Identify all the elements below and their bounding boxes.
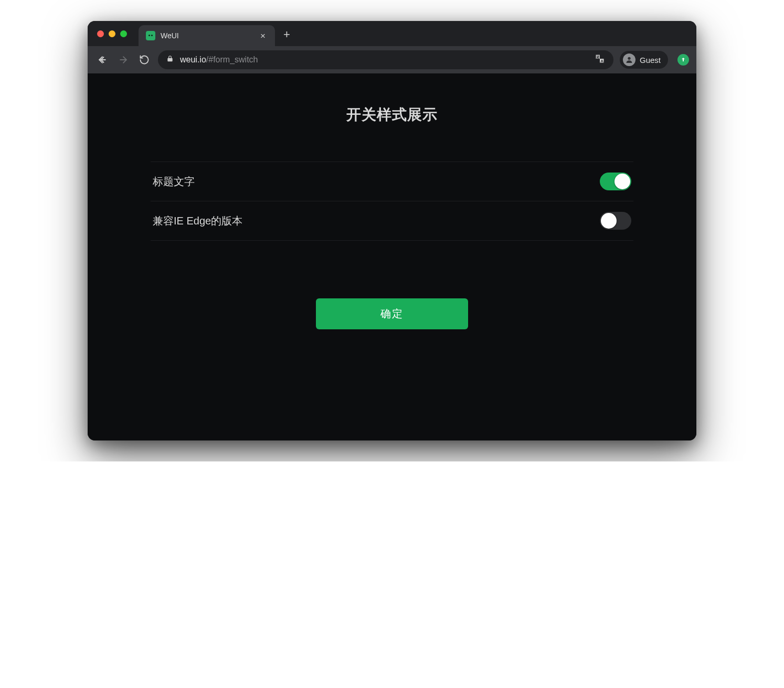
window-zoom-button[interactable] xyxy=(120,30,127,37)
profile-chip[interactable]: Guest xyxy=(620,51,668,69)
url-path: /#form_switch xyxy=(206,55,258,64)
url-host: weui.io xyxy=(180,55,206,64)
window-controls xyxy=(97,30,127,37)
switch-toggle-ie-edge[interactable] xyxy=(600,212,631,230)
button-area: 确定 xyxy=(151,298,633,329)
window-close-button[interactable] xyxy=(97,30,104,37)
browser-window: WeUI × + weui.io/#form_switch xyxy=(88,21,696,440)
wechat-favicon-icon xyxy=(146,31,155,40)
browser-toolbar: weui.io/#form_switch Guest xyxy=(88,46,696,73)
switch-toggle-title-text[interactable] xyxy=(600,173,631,190)
nav-forward-button[interactable] xyxy=(116,52,131,67)
window-minimize-button[interactable] xyxy=(109,30,115,37)
translate-icon[interactable] xyxy=(595,53,605,66)
url-text: weui.io/#form_switch xyxy=(180,55,588,64)
tab-title: WeUI xyxy=(161,31,253,40)
switch-label: 兼容IE Edge的版本 xyxy=(153,214,242,228)
page-content: 开关样式展示 标题文字 兼容IE Edge的版本 确定 xyxy=(135,73,649,371)
tab-close-button[interactable]: × xyxy=(258,30,268,41)
page-viewport: 开关样式展示 标题文字 兼容IE Edge的版本 确定 xyxy=(88,73,696,440)
nav-reload-button[interactable] xyxy=(137,52,152,67)
switch-cell-title-text: 标题文字 xyxy=(151,162,633,201)
new-tab-button[interactable]: + xyxy=(275,28,299,41)
page-title: 开关样式展示 xyxy=(151,105,633,125)
extension-badge[interactable] xyxy=(677,54,689,66)
switch-knob xyxy=(601,213,617,229)
avatar-icon xyxy=(623,53,635,66)
browser-tab[interactable]: WeUI × xyxy=(139,25,275,46)
switch-list: 标题文字 兼容IE Edge的版本 xyxy=(151,162,633,241)
svg-point-1 xyxy=(628,57,630,60)
address-bar[interactable]: weui.io/#form_switch xyxy=(158,50,613,69)
lock-icon xyxy=(166,55,174,64)
submit-button[interactable]: 确定 xyxy=(316,298,468,329)
tab-strip: WeUI × + xyxy=(88,21,696,46)
switch-cell-ie-edge: 兼容IE Edge的版本 xyxy=(151,201,633,241)
switch-knob xyxy=(615,174,630,189)
switch-label: 标题文字 xyxy=(153,175,195,189)
nav-back-button[interactable] xyxy=(95,52,110,67)
profile-label: Guest xyxy=(640,56,661,64)
